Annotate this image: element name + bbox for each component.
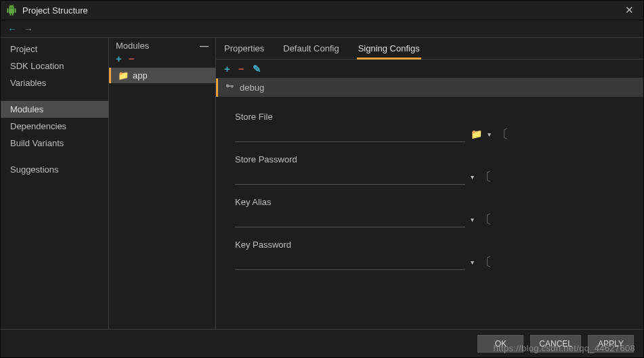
nav-back-icon[interactable]: ← xyxy=(7,24,17,35)
titlebar: Project Structure ✕ xyxy=(1,1,643,20)
tab-label: Default Config xyxy=(283,43,339,53)
edit-config-icon[interactable]: ✎ xyxy=(253,64,261,74)
field-label: Key Password xyxy=(235,240,624,250)
remove-config-icon[interactable]: − xyxy=(238,64,244,74)
sidebar-item-label: Variables xyxy=(10,78,46,88)
browse-folder-icon[interactable]: 📁 xyxy=(471,129,482,139)
dropdown-icon[interactable]: ▾ xyxy=(471,259,474,266)
tabs: Properties Default Config Signing Config… xyxy=(216,38,643,60)
button-label: OK xyxy=(495,339,507,349)
remove-module-icon[interactable]: − xyxy=(129,53,135,64)
field-label: Store Password xyxy=(235,154,624,164)
sidebar-item-project[interactable]: Project xyxy=(1,41,108,58)
footer: OK CANCEL APPLY https://blog.csdn.net/qq… xyxy=(1,329,643,357)
modules-header: Modules — xyxy=(109,38,215,52)
tab-label: Signing Configs xyxy=(358,43,420,53)
sidebar-item-modules[interactable]: Modules xyxy=(1,101,108,118)
sidebar-item-label: Modules xyxy=(10,104,43,114)
sidebar-item-label: Project xyxy=(10,44,37,54)
sidebar-item-sdk-location[interactable]: SDK Location xyxy=(1,58,108,74)
key-password-input[interactable] xyxy=(235,254,465,270)
main-panel: Properties Default Config Signing Config… xyxy=(216,38,643,329)
signing-form: Store File 📁 ▾ 〔 Store Password ▾ 〔 xyxy=(216,97,643,282)
button-label: CANCEL xyxy=(539,339,572,349)
sidebar-item-label: Suggestions xyxy=(10,164,59,175)
field-label: Key Alias xyxy=(235,197,624,207)
field-key-password: Key Password ▾ 〔 xyxy=(235,240,624,270)
sidebar-item-label: Build Variants xyxy=(10,138,64,148)
tab-label: Properties xyxy=(224,43,264,53)
tab-default-config[interactable]: Default Config xyxy=(282,39,340,60)
sidebar-item-label: Dependencies xyxy=(10,121,66,131)
sidebar-item-variables[interactable]: Variables xyxy=(1,74,108,91)
reset-icon[interactable]: 〔 xyxy=(496,128,509,140)
apply-button[interactable]: APPLY xyxy=(588,335,634,353)
config-item-debug[interactable]: debug xyxy=(216,79,643,97)
config-item-label: debug xyxy=(240,83,264,93)
modules-toolbar: + − xyxy=(109,52,215,68)
sidebar-item-build-variants[interactable]: Build Variants xyxy=(1,135,108,152)
tab-properties[interactable]: Properties xyxy=(223,39,265,60)
module-item-app[interactable]: 📁 app xyxy=(109,68,215,83)
config-toolbar: + − ✎ xyxy=(216,60,643,79)
field-key-alias: Key Alias ▾ 〔 xyxy=(235,197,624,227)
module-list: 📁 app xyxy=(109,68,215,329)
key-alias-input[interactable] xyxy=(235,211,465,227)
dropdown-icon[interactable]: ▾ xyxy=(471,173,474,181)
field-store-file: Store File 📁 ▾ 〔 xyxy=(235,112,624,142)
reset-icon[interactable]: 〔 xyxy=(479,256,492,268)
nav-forward-icon[interactable]: → xyxy=(24,24,33,35)
sidebar-item-dependencies[interactable]: Dependencies xyxy=(1,118,108,135)
field-store-password: Store Password ▾ 〔 xyxy=(235,154,624,185)
android-icon xyxy=(6,5,17,16)
collapse-icon[interactable]: — xyxy=(200,41,209,51)
reset-icon[interactable]: 〔 xyxy=(479,213,492,225)
store-file-input[interactable] xyxy=(235,126,465,142)
button-label: APPLY xyxy=(598,339,624,349)
ok-button[interactable]: OK xyxy=(477,335,523,353)
dropdown-icon[interactable]: ▾ xyxy=(471,216,474,223)
reset-icon[interactable]: 〔 xyxy=(479,171,492,183)
field-label: Store File xyxy=(235,112,624,122)
store-password-input[interactable] xyxy=(235,169,465,185)
close-icon[interactable]: ✕ xyxy=(621,4,638,16)
tab-signing-configs[interactable]: Signing Configs xyxy=(357,39,421,60)
window-title: Project Structure xyxy=(22,5,88,16)
sidebar: Project SDK Location Variables Modules D… xyxy=(1,38,109,329)
key-icon xyxy=(225,82,234,93)
folder-icon: 📁 xyxy=(118,70,129,81)
module-item-label: app xyxy=(133,70,148,81)
nav-row: ← → xyxy=(1,20,643,37)
dropdown-icon[interactable]: ▾ xyxy=(488,131,491,138)
sidebar-item-suggestions[interactable]: Suggestions xyxy=(1,161,108,178)
modules-panel: Modules — + − 📁 app xyxy=(109,38,216,329)
sidebar-item-label: SDK Location xyxy=(10,61,64,71)
modules-title: Modules xyxy=(116,41,149,51)
project-structure-window: Project Structure ✕ ← → Project SDK Loca… xyxy=(0,0,644,358)
cancel-button[interactable]: CANCEL xyxy=(530,335,581,353)
add-module-icon[interactable]: + xyxy=(116,53,122,64)
add-config-icon[interactable]: + xyxy=(224,64,230,74)
